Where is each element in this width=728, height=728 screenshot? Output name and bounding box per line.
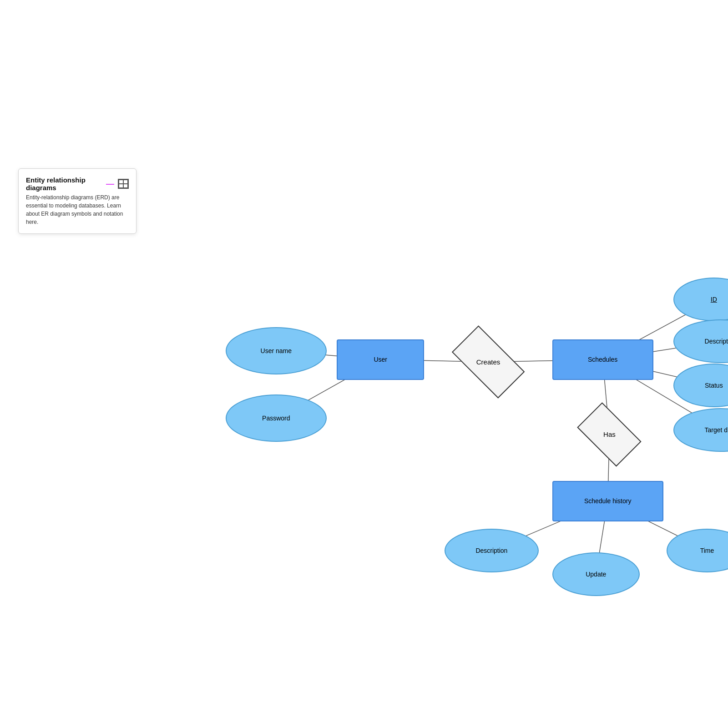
node-description2[interactable]: Description xyxy=(445,529,539,572)
node-password[interactable]: Password xyxy=(226,394,327,442)
node-creates[interactable]: Creates xyxy=(445,337,532,387)
node-schedules[interactable]: Schedules xyxy=(552,339,653,380)
node-userName[interactable]: User name xyxy=(226,327,327,374)
node-scheduleHistory[interactable]: Schedule history xyxy=(552,481,663,521)
node-user[interactable]: User xyxy=(337,339,424,380)
node-has[interactable]: Has xyxy=(572,411,647,458)
node-update[interactable]: Update xyxy=(552,552,640,596)
